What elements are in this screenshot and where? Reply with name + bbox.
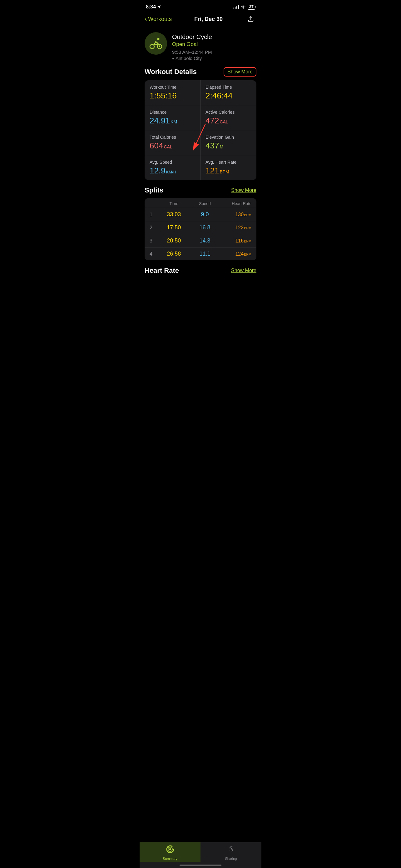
heart-rate-section: Heart Rate Show More bbox=[140, 267, 261, 285]
wifi-icon bbox=[241, 5, 246, 9]
svg-point-0 bbox=[157, 38, 160, 40]
detail-avg-speed-label: Avg. Speed bbox=[149, 160, 195, 165]
splits-col-hr: Heart Rate bbox=[221, 201, 252, 206]
tab-summary[interactable]: Summary bbox=[140, 842, 201, 862]
back-chevron-icon: ‹ bbox=[144, 15, 147, 23]
splits-card: Time Speed Heart Rate 1 33:03 9.0 130 BP… bbox=[144, 198, 257, 260]
detail-avg-hr: Avg. Heart Rate 121 BPM bbox=[201, 155, 257, 180]
splits-header-row: Time Speed Heart Rate bbox=[144, 198, 257, 208]
detail-avg-hr-value: 121 BPM bbox=[205, 166, 252, 176]
workout-header: Outdoor Cycle Open Goal 9:58 AM–12:44 PM… bbox=[140, 28, 261, 67]
back-button[interactable]: ‹ Workouts bbox=[144, 15, 172, 23]
splits-row-3: 3 20:50 14.3 116 BPM bbox=[144, 234, 257, 247]
time-text: 8:34 bbox=[146, 4, 156, 10]
detail-total-calories-label: Total Calories bbox=[149, 135, 195, 140]
svg-text:𝕊: 𝕊 bbox=[229, 845, 233, 852]
splits-row-1: 1 33:03 9.0 130 BPM bbox=[144, 208, 257, 221]
workout-name: Outdoor Cycle bbox=[172, 33, 212, 41]
detail-elevation-gain: Elevation Gain 437 M bbox=[201, 130, 257, 155]
detail-workout-time-label: Workout Time bbox=[149, 85, 195, 90]
detail-avg-hr-label: Avg. Heart Rate bbox=[205, 160, 252, 165]
detail-elevation-gain-value: 437 M bbox=[205, 141, 252, 151]
detail-elevation-gain-label: Elevation Gain bbox=[205, 135, 252, 140]
workout-details-section: Workout Details Show More Workout Time 1… bbox=[140, 67, 261, 186]
detail-distance-label: Distance bbox=[149, 110, 195, 115]
heart-rate-header: Heart Rate Show More bbox=[144, 267, 257, 275]
nav-header: ‹ Workouts Fri, Dec 30 bbox=[140, 12, 261, 28]
splits-title: Splits bbox=[144, 186, 163, 194]
detail-distance: Distance 24.91 KM bbox=[144, 105, 201, 130]
splits-header: Splits Show More bbox=[144, 186, 257, 194]
detail-workout-time: Workout Time 1:55:16 bbox=[144, 80, 201, 105]
detail-total-calories: Total Calories 604 CAL bbox=[144, 130, 201, 155]
workout-details-header: Workout Details Show More bbox=[144, 67, 257, 76]
location-arrow-icon bbox=[157, 5, 161, 9]
share-button[interactable] bbox=[245, 13, 257, 25]
detail-active-calories: Active Calories 472 CAL bbox=[201, 105, 257, 130]
summary-icon bbox=[166, 845, 175, 856]
status-time: 8:34 bbox=[146, 4, 161, 10]
show-more-box: Show More bbox=[224, 67, 257, 76]
splits-row-2-hr: 122 BPM bbox=[221, 225, 252, 230]
nav-title: Fri, Dec 30 bbox=[194, 16, 223, 23]
details-grid: Workout Time 1:55:16 Elapsed Time 2:46:4… bbox=[144, 80, 257, 180]
workout-location: ◂ Antipolo City bbox=[172, 56, 212, 61]
location-icon: ◂ bbox=[172, 56, 174, 61]
signal-icon bbox=[233, 5, 239, 9]
splits-row-4: 4 26:58 11.1 124 BPM bbox=[144, 247, 257, 260]
detail-active-calories-label: Active Calories bbox=[205, 110, 252, 115]
svg-point-7 bbox=[169, 848, 171, 850]
detail-workout-time-value: 1:55:16 bbox=[149, 91, 195, 101]
detail-distance-value: 24.91 KM bbox=[149, 116, 195, 126]
cycling-icon bbox=[149, 36, 163, 50]
workout-time-range: 9:58 AM–12:44 PM bbox=[172, 50, 212, 55]
detail-total-calories-value: 604 CAL bbox=[149, 141, 195, 151]
detail-active-calories-value: 472 CAL bbox=[205, 116, 252, 126]
status-bar: 8:34 37 bbox=[140, 0, 261, 12]
workout-info: Outdoor Cycle Open Goal 9:58 AM–12:44 PM… bbox=[172, 32, 212, 61]
detail-elapsed-time: Elapsed Time 2:46:44 bbox=[201, 80, 257, 105]
splits-row-4-hr: 124 BPM bbox=[221, 251, 252, 257]
splits-col-time: Time bbox=[158, 201, 189, 206]
battery-level: 37 bbox=[249, 4, 254, 9]
rings-icon bbox=[166, 845, 175, 854]
detail-avg-speed: Avg. Speed 12.9 KM/H bbox=[144, 155, 201, 180]
svg-point-1 bbox=[150, 44, 154, 49]
heart-rate-show-more[interactable]: Show More bbox=[231, 268, 257, 273]
splits-col-speed: Speed bbox=[189, 201, 220, 206]
tab-bar: Summary 𝕊 Sharing bbox=[140, 842, 261, 868]
splits-show-more[interactable]: Show More bbox=[231, 187, 257, 193]
splits-row-3-hr: 116 BPM bbox=[221, 238, 252, 244]
tab-sharing-label: Sharing bbox=[225, 857, 237, 861]
home-indicator bbox=[179, 865, 222, 866]
battery-icon: 37 bbox=[248, 4, 255, 10]
splits-row-1-hr: 130 BPM bbox=[221, 212, 252, 217]
splits-row-2: 2 17:50 16.8 122 BPM bbox=[144, 221, 257, 234]
share-icon bbox=[247, 16, 254, 23]
workout-icon bbox=[144, 32, 167, 55]
workout-goal: Open Goal bbox=[172, 41, 212, 48]
tab-sharing[interactable]: 𝕊 Sharing bbox=[201, 842, 261, 862]
status-right: 37 bbox=[233, 4, 255, 10]
detail-avg-speed-value: 12.9 KM/H bbox=[149, 166, 195, 176]
back-label: Workouts bbox=[148, 16, 172, 23]
show-more-container: Show More bbox=[224, 67, 257, 76]
workout-details-show-more[interactable]: Show More bbox=[227, 69, 253, 74]
workout-details-title: Workout Details bbox=[144, 68, 197, 76]
sharing-icon: 𝕊 bbox=[227, 845, 235, 856]
splits-section: Splits Show More Time Speed Heart Rate 1… bbox=[140, 186, 261, 267]
tab-summary-label: Summary bbox=[163, 857, 177, 861]
heart-rate-title: Heart Rate bbox=[144, 267, 179, 275]
detail-elapsed-time-value: 2:46:44 bbox=[205, 91, 252, 101]
detail-elapsed-time-label: Elapsed Time bbox=[205, 85, 252, 90]
workout-details-card: Workout Time 1:55:16 Elapsed Time 2:46:4… bbox=[144, 80, 257, 180]
